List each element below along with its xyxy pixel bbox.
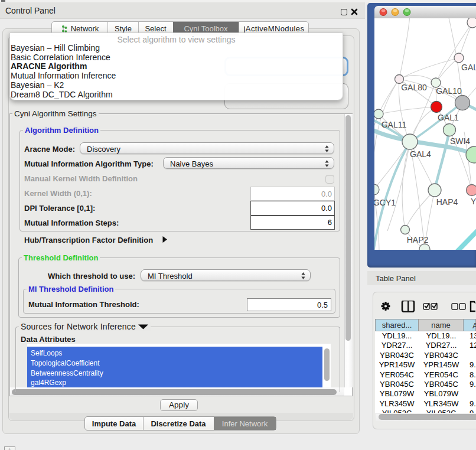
svg-text:HAP2: HAP2	[407, 235, 429, 244]
svg-text:GAL2: GAL2	[461, 63, 476, 72]
svg-text:GAL1: GAL1	[438, 113, 459, 122]
svg-text:GAL10: GAL10	[436, 86, 462, 96]
svg-text:GAL11: GAL11	[382, 120, 407, 129]
svg-text:GCY1: GCY1	[374, 198, 396, 207]
svg-text:SWI4: SWI4	[450, 136, 470, 146]
svg-text:GAL80: GAL80	[401, 83, 427, 92]
svg-text:GAL4: GAL4	[410, 149, 431, 159]
svg-text:YB: YB	[471, 197, 476, 206]
svg-text:HAP4: HAP4	[436, 197, 458, 207]
